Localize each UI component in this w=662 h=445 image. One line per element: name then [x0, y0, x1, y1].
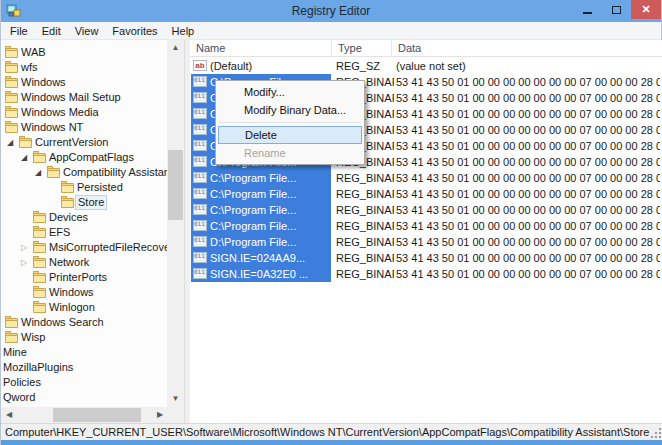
- tree-item-printerports[interactable]: PrinterPorts: [1, 270, 168, 285]
- tree-item-policies[interactable]: Policies: [1, 375, 168, 390]
- value-row[interactable]: 011110C:\Program File...REG_BINARY53 41 …: [190, 218, 662, 234]
- tree-item-compatibility-assistant[interactable]: ◢Compatibility Assistant: [1, 165, 168, 180]
- value-name: C:\Program File...: [210, 202, 330, 218]
- context-menu-item-rename: Rename: [218, 144, 362, 162]
- menu-view[interactable]: View: [68, 22, 106, 40]
- tree-item-label: PrinterPorts: [47, 270, 109, 285]
- close-button[interactable]: ✕: [631, 0, 661, 19]
- menu-edit[interactable]: Edit: [35, 22, 68, 40]
- value-data: (value not set): [396, 58, 660, 74]
- menu-help[interactable]: Help: [165, 22, 202, 40]
- tree-item-mozillaplugins[interactable]: MozillaPlugins: [1, 360, 168, 375]
- menu-favorites[interactable]: Favorites: [105, 22, 164, 40]
- expand-icon[interactable]: ▷: [19, 243, 29, 253]
- tree-item-windows-mail-setup[interactable]: Windows Mail Setup: [1, 90, 168, 105]
- maximize-icon: [612, 6, 621, 14]
- tree-item-label: Winlogon: [47, 300, 97, 315]
- context-menu: Modify...Modify Binary Data...DeleteRena…: [215, 80, 365, 165]
- tree-item-windows-search[interactable]: Windows Search: [1, 315, 168, 330]
- tree-item-wisp[interactable]: Wisp: [1, 330, 168, 345]
- vertical-scroll-thumb[interactable]: [168, 150, 183, 220]
- tree-item-label: AppCompatFlags: [47, 150, 136, 165]
- folder-icon: [19, 137, 32, 148]
- maximize-button[interactable]: [602, 0, 631, 19]
- tree-item-wab[interactable]: WAB: [1, 45, 168, 60]
- tree-item-label: EFS: [47, 225, 72, 240]
- tree-item-network[interactable]: ▷Network: [1, 255, 168, 270]
- scroll-right-icon[interactable]: ▶: [152, 407, 168, 423]
- binary-value-icon: 011110: [193, 140, 207, 151]
- value-name: C:\Program File...: [210, 170, 330, 186]
- binary-value-icon: 011110: [193, 172, 207, 183]
- value-row[interactable]: ab(Default)REG_SZ(value not set): [190, 58, 662, 74]
- value-data: 53 41 43 50 01 00 00 00 00 00 00 00 07 0…: [396, 218, 660, 234]
- tree-item-devices[interactable]: Devices: [1, 210, 168, 225]
- tree-vertical-scrollbar[interactable]: ▲ ▼: [167, 40, 184, 407]
- horizontal-scroll-thumb[interactable]: [53, 408, 141, 422]
- tree-item-label: Devices: [47, 210, 90, 225]
- tree-item-msicorruptedfilerecovery[interactable]: ▷MsiCorruptedFileRecovery: [1, 240, 168, 255]
- menu-file[interactable]: File: [3, 22, 35, 40]
- value-data: 53 41 43 50 01 00 00 00 00 00 00 00 07 0…: [396, 202, 660, 218]
- tree-item-label: WAB: [19, 45, 48, 60]
- value-row[interactable]: 011110D:\Program File...REG_BINARY53 41 …: [190, 234, 662, 250]
- folder-icon: [5, 122, 18, 133]
- folder-icon: [33, 257, 46, 268]
- context-menu-item-modify-[interactable]: Modify...: [218, 83, 362, 101]
- minimize-button[interactable]: [573, 0, 602, 19]
- tree-item-label: CurrentVersion: [33, 135, 110, 150]
- tree-item-windows[interactable]: Windows: [1, 285, 168, 300]
- value-type: REG_BINARY: [336, 218, 394, 234]
- resize-grip-icon[interactable]: [650, 427, 662, 439]
- value-row[interactable]: 011110C:\Program File...REG_BINARY53 41 …: [190, 202, 662, 218]
- tree-item-windows[interactable]: Windows: [1, 75, 168, 90]
- value-name: SIGN.IE=024AA9...: [210, 250, 330, 266]
- tree-item-qword[interactable]: Qword: [1, 390, 168, 405]
- value-data: 53 41 43 50 01 00 00 00 00 00 00 00 07 0…: [396, 138, 660, 154]
- tree-item-winlogon[interactable]: Winlogon: [1, 300, 168, 315]
- folder-icon: [5, 317, 18, 328]
- context-menu-item-modify-binary-data-[interactable]: Modify Binary Data...: [218, 101, 362, 119]
- value-row[interactable]: 011110C:\Program File...REG_BINARY53 41 …: [190, 186, 662, 202]
- tree-item-wfs[interactable]: wfs: [1, 60, 168, 75]
- value-type: REG_BINARY: [336, 234, 394, 250]
- scroll-down-icon[interactable]: ▼: [167, 391, 184, 407]
- tree-item-label: Windows Media: [19, 105, 101, 120]
- value-row[interactable]: 011110SIGN.IE=024AA9...REG_BINARY53 41 4…: [190, 250, 662, 266]
- context-menu-item-delete[interactable]: Delete: [218, 126, 362, 144]
- tree-item-persisted[interactable]: Persisted: [1, 180, 168, 195]
- column-header-name[interactable]: Name: [190, 40, 332, 57]
- registry-editor-window: Registry Editor ✕ FileEditViewFavoritesH…: [0, 0, 662, 445]
- tree-item-label: Windows: [47, 285, 96, 300]
- tree-pane: WABwfsWindowsWindows Mail SetupWindows M…: [1, 40, 185, 423]
- close-icon: ✕: [641, 4, 650, 15]
- value-type: REG_BINARY: [336, 266, 394, 282]
- value-row[interactable]: 011110C:\Program File...REG_BINARY53 41 …: [190, 170, 662, 186]
- value-name: D:\Program File...: [210, 234, 330, 250]
- expand-icon[interactable]: ▷: [19, 258, 29, 268]
- tree-horizontal-scrollbar[interactable]: ◀ ▶: [1, 407, 168, 423]
- tree-item-store[interactable]: Store: [1, 195, 168, 210]
- scrollbar-corner: [167, 407, 184, 423]
- tree-item-appcompatflags[interactable]: ◢AppCompatFlags: [1, 150, 168, 165]
- tree-item-windows-nt[interactable]: Windows NT: [1, 120, 168, 135]
- value-row[interactable]: 011110SIGN.IE=0A32E0 ...REG_BINARY53 41 …: [190, 266, 662, 282]
- collapse-icon[interactable]: ◢: [33, 168, 43, 178]
- scroll-left-icon[interactable]: ◀: [1, 407, 17, 423]
- tree-item-currentversion[interactable]: ◢CurrentVersion: [1, 135, 168, 150]
- string-value-icon: ab: [193, 60, 207, 71]
- tree-item-label: Windows Mail Setup: [19, 90, 123, 105]
- collapse-icon[interactable]: ◢: [19, 153, 29, 163]
- column-header-type[interactable]: Type: [332, 40, 392, 57]
- tree-item-label: Windows NT: [19, 120, 85, 135]
- binary-value-icon: 011110: [193, 268, 207, 279]
- tree-item-mine[interactable]: Mine: [1, 345, 168, 360]
- binary-value-icon: 011110: [193, 92, 207, 103]
- tree-item-label: Persisted: [75, 180, 125, 195]
- tree-item-efs[interactable]: EFS: [1, 225, 168, 240]
- collapse-icon[interactable]: ◢: [5, 138, 15, 148]
- tree-item-windows-media[interactable]: Windows Media: [1, 105, 168, 120]
- scroll-up-icon[interactable]: ▲: [167, 40, 184, 56]
- column-header-data[interactable]: Data: [392, 40, 662, 57]
- title-bar: Registry Editor ✕: [1, 0, 661, 22]
